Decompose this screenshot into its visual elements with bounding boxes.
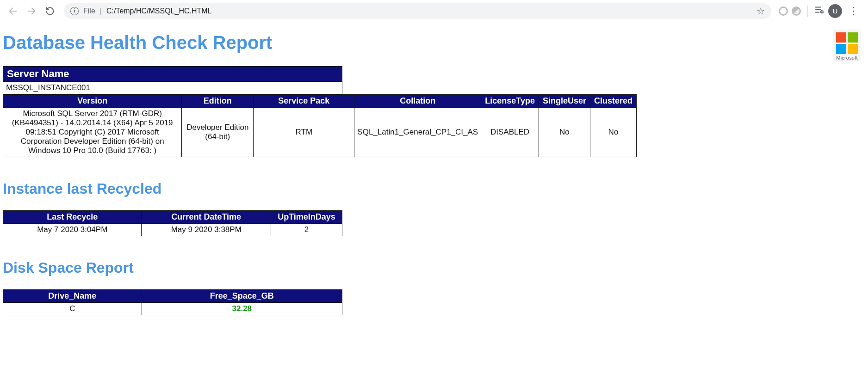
recycle-row: May 7 2020 3:04PM May 9 2020 3:38PM 2: [3, 224, 342, 236]
version-table: Version Edition Service Pack Collation L…: [3, 94, 637, 157]
server-name-header: Server Name: [3, 67, 342, 82]
browser-toolbar: i File | C:/Temp/HC/MSSQL_HC.HTML ☆ U ⋮: [0, 0, 868, 22]
back-button[interactable]: [5, 3, 21, 19]
microsoft-logo: Microsoft: [833, 30, 861, 61]
address-bar[interactable]: i File | C:/Temp/HC/MSSQL_HC.HTML ☆: [64, 3, 771, 19]
server-name-value: MSSQL_INSTANCE001: [3, 82, 342, 94]
disk-table: Drive_Name Free_Space_GB C 32.28: [3, 289, 342, 315]
col-clustered: Clustered: [590, 95, 636, 108]
server-name-table: Server Name MSSQL_INSTANCE001: [3, 66, 342, 94]
section-title-recycle: Instance last Recycled: [3, 180, 865, 197]
forward-button[interactable]: [23, 3, 40, 19]
cell-last-recycle: May 7 2020 3:04PM: [3, 224, 142, 236]
col-single-user: SingleUser: [539, 95, 590, 108]
col-drive-name: Drive_Name: [3, 290, 142, 303]
page-title: Database Health Check Report: [3, 32, 865, 53]
cell-edition: Developer Edition (64-bit): [182, 108, 254, 157]
url-separator: |: [100, 7, 102, 15]
version-row: Microsoft SQL Server 2017 (RTM-GDR) (KB4…: [3, 108, 637, 157]
col-version: Version: [3, 95, 182, 108]
cell-license-type: DISABLED: [481, 108, 539, 157]
bookmark-star-icon[interactable]: ☆: [756, 6, 765, 17]
extension-icon-2[interactable]: [792, 6, 801, 16]
cell-single-user: No: [539, 108, 590, 157]
cell-uptime-days: 2: [271, 224, 342, 236]
microsoft-logo-icon: [836, 32, 858, 54]
section-title-disk: Disk Space Report: [3, 259, 865, 276]
recycle-table: Last Recycle Current DateTime UpTimeInDa…: [3, 210, 342, 236]
url-scheme-label: File: [83, 7, 95, 15]
avatar-initial: U: [833, 7, 838, 15]
cell-version: Microsoft SQL Server 2017 (RTM-GDR) (KB4…: [3, 108, 182, 157]
extension-icon-1[interactable]: [779, 6, 788, 16]
cell-free-space: 32.28: [142, 303, 342, 315]
cell-drive-name: C: [3, 303, 142, 315]
media-control-icon[interactable]: [814, 5, 825, 18]
cell-current-datetime: May 9 2020 3:38PM: [142, 224, 271, 236]
col-free-space: Free_Space_GB: [142, 290, 342, 303]
url-path: C:/Temp/HC/MSSQL_HC.HTML: [106, 7, 212, 15]
reload-button[interactable]: [42, 3, 58, 19]
site-info-icon[interactable]: i: [70, 7, 79, 15]
microsoft-logo-label: Microsoft: [836, 55, 857, 61]
col-current-datetime: Current DateTime: [142, 211, 271, 224]
toolbar-right-icons: U ⋮: [776, 4, 864, 18]
col-last-recycle: Last Recycle: [3, 211, 142, 224]
col-collation: Collation: [354, 95, 481, 108]
disk-row: C 32.28: [3, 303, 342, 315]
col-uptime-days: UpTimeInDays: [271, 211, 342, 224]
col-service-pack: Service Pack: [254, 95, 354, 108]
col-license-type: LicenseType: [481, 95, 539, 108]
cell-service-pack: RTM: [254, 108, 354, 157]
chrome-menu-button[interactable]: ⋮: [846, 5, 862, 17]
page-body: Microsoft Database Health Check Report S…: [0, 22, 868, 329]
cell-clustered: No: [590, 108, 636, 157]
profile-avatar[interactable]: U: [828, 4, 842, 18]
col-edition: Edition: [182, 95, 254, 108]
cell-collation: SQL_Latin1_General_CP1_CI_AS: [354, 108, 481, 157]
toolbar-divider: [807, 6, 808, 17]
